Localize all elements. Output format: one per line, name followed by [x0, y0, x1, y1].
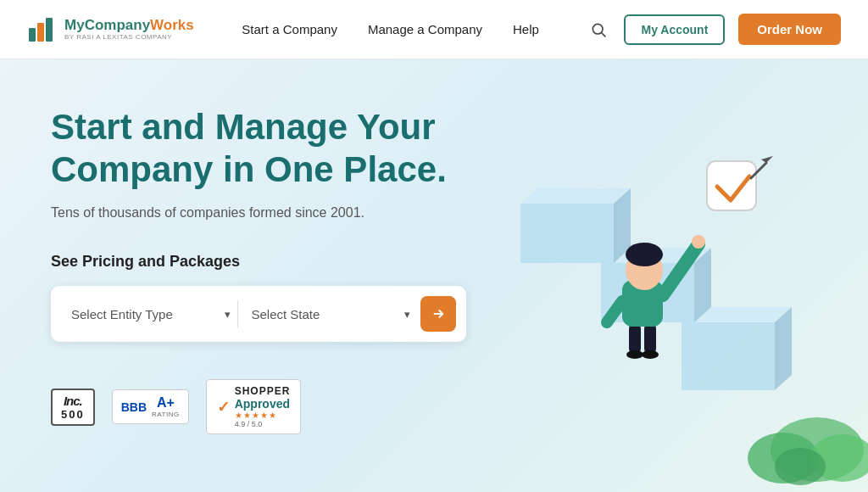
arrow-right-icon: [431, 306, 446, 321]
logo[interactable]: MyCompanyWorks BY RASI A LEXITAS COMPANY: [27, 16, 194, 43]
search-icon: [590, 21, 607, 38]
pricing-label: See Pricing and Packages: [51, 253, 526, 271]
svg-point-18: [775, 448, 826, 485]
dropdown-divider: [237, 300, 238, 327]
inc-text: Inc.: [64, 394, 82, 408]
logo-subtext: BY RASI A LEXITAS COMPANY: [64, 33, 194, 41]
svg-rect-1: [37, 23, 44, 42]
inc500-badge: Inc. 500: [51, 389, 95, 426]
svg-line-4: [602, 32, 606, 36]
bbb-rating: A+ RATING: [152, 395, 180, 418]
state-chevron-icon: ▾: [404, 308, 410, 321]
bbb-badge: BBB A+ RATING: [112, 389, 189, 424]
svg-point-22: [642, 350, 659, 359]
shopper-score: 4.9 / 5.0: [235, 420, 291, 428]
main-nav: Start a Company Manage a Company Help: [242, 22, 539, 36]
shopper-text: SHOPPER Approved ★★★★★ 4.9 / 5.0: [235, 385, 291, 428]
entity-type-wrapper: Select Entity Type LLC Corporation Nonpr…: [61, 300, 234, 328]
header-actions: My Account Order Now: [587, 14, 841, 45]
svg-point-25: [626, 243, 663, 266]
svg-rect-19: [629, 322, 641, 355]
nav-manage-company[interactable]: Manage a Company: [368, 22, 482, 36]
hero-subtitle: Tens of thousands of companies formed si…: [51, 205, 526, 221]
logo-text: MyCompanyWorks: [64, 18, 194, 34]
shopper-approved-badge: ✓ SHOPPER Approved ★★★★★ 4.9 / 5.0: [206, 379, 302, 434]
svg-point-3: [593, 24, 604, 34]
nav-help[interactable]: Help: [513, 22, 539, 36]
svg-marker-12: [520, 204, 614, 263]
shopper-stars: ★★★★★: [235, 411, 291, 420]
svg-rect-29: [707, 161, 756, 210]
shopper-check-icon: ✓: [217, 398, 230, 417]
entity-chevron-icon: ▾: [225, 308, 231, 321]
nav-start-company[interactable]: Start a Company: [242, 22, 337, 36]
search-button[interactable]: [587, 18, 610, 42]
badges-row: Inc. 500 BBB A+ RATING ✓ SHOPPER Approve…: [51, 379, 526, 434]
entity-type-select[interactable]: Select Entity Type LLC Corporation Nonpr…: [61, 300, 225, 328]
order-now-button[interactable]: Order Now: [738, 14, 841, 45]
dropdowns-container: Select Entity Type LLC Corporation Nonpr…: [51, 286, 466, 342]
state-wrapper: Select State Alabama Alaska Arizona Cali…: [242, 300, 415, 328]
my-account-button[interactable]: My Account: [624, 14, 725, 45]
state-select[interactable]: Select State Alabama Alaska Arizona Cali…: [242, 300, 405, 328]
svg-marker-31: [761, 156, 773, 163]
header: MyCompanyWorks BY RASI A LEXITAS COMPANY…: [0, 0, 868, 59]
hero-section: Start and Manage Your Company in One Pla…: [0, 59, 868, 492]
svg-point-27: [692, 235, 705, 249]
inc-500-text: 500: [61, 408, 85, 421]
shopper-label: SHOPPER: [235, 385, 291, 397]
svg-point-21: [626, 350, 643, 359]
svg-rect-2: [46, 18, 53, 42]
go-button[interactable]: [420, 296, 456, 332]
svg-marker-13: [520, 188, 631, 204]
svg-marker-6: [682, 322, 775, 390]
hero-title: Start and Manage Your Company in One Pla…: [51, 106, 526, 190]
bbb-logo-text: BBB: [121, 400, 147, 414]
bbb-rating-label: RATING: [152, 411, 180, 418]
hero-content: Start and Manage Your Company in One Pla…: [51, 106, 526, 434]
shopper-approved-text: Approved: [235, 397, 291, 411]
logo-icon: [27, 16, 54, 43]
svg-rect-0: [29, 28, 36, 42]
bbb-a-plus: A+: [157, 395, 175, 411]
svg-rect-20: [644, 322, 656, 355]
